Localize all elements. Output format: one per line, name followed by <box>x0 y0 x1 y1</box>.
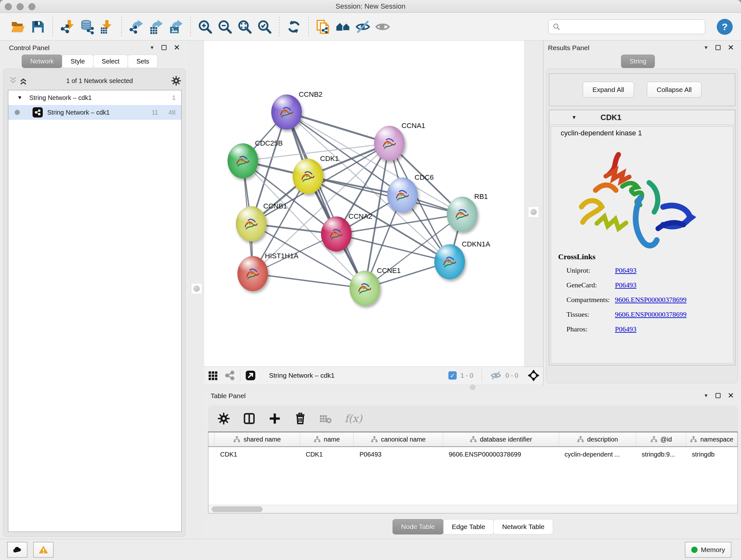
selected-checkbox-icon[interactable]: ✓ <box>448 371 457 380</box>
zoom-selected-icon[interactable] <box>255 17 274 37</box>
search-input[interactable] <box>561 23 701 30</box>
right-splitter-handle[interactable] <box>528 206 539 217</box>
node-ccnb1[interactable] <box>236 206 266 241</box>
import-database-icon[interactable] <box>77 17 97 37</box>
zoom-fit-icon[interactable] <box>235 17 255 37</box>
toolbar-separator <box>308 17 309 37</box>
crosslink-link[interactable]: 9606.ENSP00000378699 <box>615 296 686 304</box>
collapse-all-button[interactable]: Collapse All <box>647 82 702 98</box>
table-panel-float-icon[interactable] <box>716 393 721 398</box>
network-collection-row[interactable]: ▼ String Network – cdk1 1 <box>8 90 181 105</box>
crosslink-link[interactable]: 9606.ENSP00000378699 <box>615 310 686 319</box>
node-rb1[interactable] <box>447 197 477 232</box>
crosslink-link[interactable]: P06493 <box>615 266 636 274</box>
birdseye-view-icon[interactable] <box>245 370 256 381</box>
string-view-icon[interactable] <box>224 370 235 381</box>
zoom-in-icon[interactable] <box>195 17 215 37</box>
column-header-canonical-name[interactable]: canonical name <box>354 432 443 446</box>
column-header-namespace[interactable]: namespace <box>686 432 738 446</box>
save-session-icon[interactable] <box>28 17 48 37</box>
network-options-gear-icon[interactable] <box>171 75 182 86</box>
export-table-icon[interactable] <box>146 17 166 37</box>
tab-string[interactable]: String <box>621 55 655 68</box>
control-panel-float-icon[interactable] <box>161 45 166 50</box>
zoom-out-icon[interactable] <box>215 17 235 37</box>
warning-button[interactable] <box>33 542 54 558</box>
network-row[interactable]: String Network – cdk1 11 48 <box>8 105 181 120</box>
gene-section-header[interactable]: ▼ CDK1 <box>549 110 735 125</box>
column-header-name[interactable]: name <box>300 432 354 446</box>
cell-name[interactable]: CDK1 <box>300 447 354 462</box>
left-splitter-handle[interactable] <box>191 283 202 294</box>
import-table-icon[interactable] <box>97 17 117 37</box>
grid-view-icon[interactable] <box>207 370 219 381</box>
tab-style[interactable]: Style <box>62 55 93 68</box>
help-icon[interactable]: ? <box>717 19 733 35</box>
node-cdkn1a[interactable] <box>434 244 465 279</box>
scrollbar-thumb[interactable] <box>212 506 263 512</box>
node-cdk1[interactable] <box>293 159 323 194</box>
refresh-icon[interactable] <box>284 17 304 37</box>
tab-network[interactable]: Network <box>22 55 62 68</box>
tab-node-table[interactable]: Node Table <box>393 519 444 535</box>
results-panel-close-icon[interactable]: ✕ <box>728 45 734 50</box>
control-panel-menu-icon[interactable]: ▼ <box>150 45 154 50</box>
left-splitter[interactable] <box>189 41 204 539</box>
show-selected-icon[interactable] <box>373 17 393 37</box>
gene-collapse-icon[interactable]: ▼ <box>571 115 577 120</box>
node-cdc6[interactable] <box>387 178 418 212</box>
node-ccnb2[interactable] <box>271 95 302 130</box>
node-cdc25b[interactable] <box>227 143 258 179</box>
main-toolbar: ? <box>0 13 741 41</box>
control-panel-close-icon[interactable]: ✕ <box>174 45 180 50</box>
expand-all-icon[interactable] <box>18 76 28 86</box>
results-panel-menu-icon[interactable]: ▼ <box>704 45 709 50</box>
results-panel-float-icon[interactable] <box>716 45 721 50</box>
show-columns-icon[interactable] <box>243 412 256 425</box>
tab-network-table[interactable]: Network Table <box>493 519 553 535</box>
fit-selected-crosshair-icon[interactable] <box>527 369 540 382</box>
column-header-description[interactable]: description <box>559 432 636 446</box>
delete-column-icon[interactable] <box>293 412 307 425</box>
memory-button[interactable]: Memory <box>685 542 731 558</box>
network-canvas[interactable]: CCNB2 CCNA1 CDC25B CDK1 CDC6 RB1 CCNB1 C… <box>204 41 524 367</box>
export-network-icon[interactable] <box>126 17 146 37</box>
node-ccna2[interactable] <box>321 216 352 252</box>
duplicate-network-icon[interactable] <box>313 17 333 37</box>
crosslink-link[interactable]: P06493 <box>615 281 636 289</box>
import-network-icon[interactable] <box>57 17 77 37</box>
export-image-icon[interactable] <box>166 17 186 37</box>
cloud-button[interactable] <box>7 542 27 558</box>
tab-sets[interactable]: Sets <box>128 55 158 68</box>
horizontal-scrollbar[interactable] <box>208 505 738 513</box>
tab-select[interactable]: Select <box>93 55 128 68</box>
nested-networks-icon[interactable] <box>333 17 353 37</box>
node-hist1h1a[interactable] <box>238 256 268 291</box>
column-header-shared-name[interactable]: shared name <box>214 432 300 446</box>
cell-description[interactable]: cyclin-dependent ... <box>559 447 636 462</box>
expand-all-button[interactable]: Expand All <box>583 82 634 98</box>
collection-expand-icon[interactable]: ▼ <box>17 95 22 101</box>
collapse-all-icon[interactable] <box>8 76 18 86</box>
column-header-@id[interactable]: @id <box>636 432 686 446</box>
table-data-row[interactable]: CDK1CDK1P064939606.ENSP00000378699cyclin… <box>208 447 738 462</box>
cell-shared-name[interactable]: CDK1 <box>214 447 300 462</box>
table-panel-close-icon[interactable]: ✕ <box>728 393 734 398</box>
cell-namespace[interactable]: stringdb <box>686 447 738 462</box>
cell-canonical-name[interactable]: P06493 <box>354 447 443 462</box>
tab-edge-table[interactable]: Edge Table <box>443 519 494 535</box>
search-box[interactable] <box>548 19 705 34</box>
cell-@id[interactable]: stringdb:9... <box>636 447 686 462</box>
table-panel-menu-icon[interactable]: ▼ <box>704 393 709 398</box>
crosslink-link[interactable]: P06493 <box>615 325 636 333</box>
table-gear-icon[interactable] <box>217 412 230 425</box>
hide-selected-icon[interactable] <box>353 17 373 37</box>
right-splitter[interactable] <box>524 41 543 386</box>
node-label-ccna2: CCNA2 <box>348 212 373 221</box>
column-header-database-identifier[interactable]: database identifier <box>443 432 559 446</box>
cell-database-identifier[interactable]: 9606.ENSP00000378699 <box>443 447 559 462</box>
node-ccna1[interactable] <box>374 126 405 161</box>
add-column-icon[interactable] <box>268 412 281 425</box>
open-session-icon[interactable] <box>8 17 28 37</box>
node-ccne1[interactable] <box>349 271 380 306</box>
